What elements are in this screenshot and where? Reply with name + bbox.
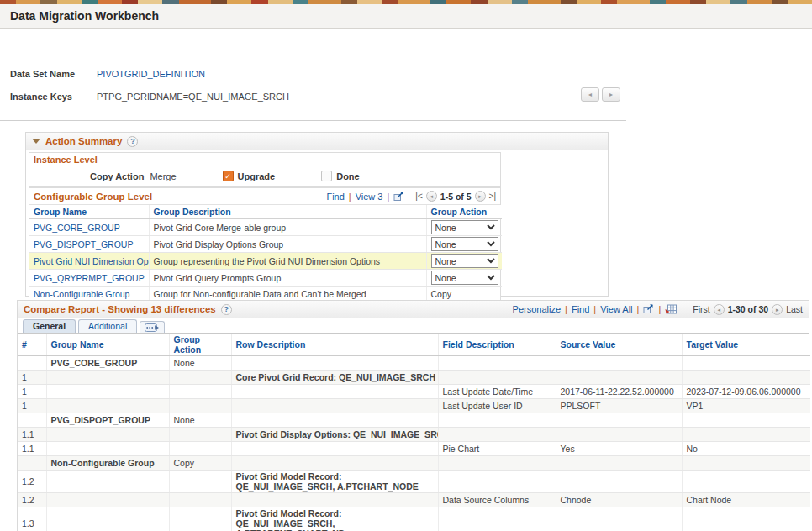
done-checkbox[interactable]: Done [321, 171, 360, 181]
tab-additional[interactable]: Additional [78, 319, 137, 333]
row-number [18, 356, 46, 371]
view-all-link[interactable]: View 3 [356, 192, 383, 202]
group-name [46, 385, 169, 399]
group-name [46, 493, 169, 507]
group-name-link[interactable]: PVG_CORE_GROUP [34, 223, 120, 233]
find-link[interactable]: Find [572, 304, 589, 314]
last-page-icon[interactable]: >| [489, 192, 496, 201]
instance-keys-field: Instance Keys PTPG_PGRIDNAME=QE_NUI_IMAG… [10, 92, 289, 102]
row-description [231, 493, 438, 507]
group-description: Pivot Grid Core Merge-able group [149, 219, 426, 236]
row-description: Core Pivot Grid Record: QE_NUI_IMAGE_SRC… [231, 371, 438, 385]
row-number: 1 [18, 385, 46, 399]
next-page-icon[interactable]: ▸ [772, 304, 783, 315]
divider-line [0, 120, 626, 121]
next-page-icon[interactable]: ▸ [475, 191, 486, 202]
column-header: Group Description [149, 205, 426, 219]
checkbox-checked-icon[interactable]: ✓ [223, 171, 234, 181]
compare-report-title: Compare Report - Showing 13 differences [24, 304, 216, 314]
checkbox-label: Upgrade [238, 171, 276, 181]
row-number: 1.1 [18, 442, 46, 456]
row-description: Pivot Grid Model Record: QE_NUI_IMAGE_SR… [231, 471, 438, 493]
group-action: None [169, 356, 231, 371]
view-all-link[interactable]: View All [600, 304, 632, 314]
source-value [556, 413, 682, 428]
first-page-link[interactable]: First [693, 304, 709, 314]
group-action [169, 399, 231, 413]
group-action [169, 507, 231, 531]
open-new-window-icon[interactable] [643, 304, 654, 314]
personalize-link[interactable]: Personalize [513, 304, 561, 314]
download-to-excel-icon[interactable] [665, 304, 677, 314]
row-description [231, 442, 438, 456]
group-action-select[interactable]: None [431, 254, 498, 268]
last-page-link[interactable]: Last [786, 304, 803, 314]
compare-report-section: Compare Report - Showing 13 differences … [17, 300, 809, 531]
previous-page-icon[interactable]: ◂ [426, 191, 437, 202]
target-value [682, 413, 810, 428]
collapse-arrow-icon[interactable] [32, 139, 40, 144]
help-icon[interactable]: ? [127, 136, 138, 147]
compare-row: 1Last Update Date/Time2017-06-11-22.22.5… [18, 385, 810, 399]
target-value: VP1 [682, 399, 810, 413]
group-action [169, 428, 231, 442]
open-new-window-icon[interactable] [393, 192, 404, 202]
help-icon[interactable]: ? [221, 304, 232, 315]
group-action-select[interactable]: None [431, 271, 498, 285]
column-header: Field Description [438, 334, 556, 356]
compare-toolbar: Personalize | Find | View All | | [513, 304, 678, 314]
field-description: Data Source Columns [438, 493, 556, 507]
checkbox-label: Done [336, 171, 360, 181]
next-instance-button[interactable]: ▸ [602, 87, 620, 102]
arrow-right-icon: ▸ [478, 193, 482, 199]
field-description: Last Update Date/Time [438, 385, 556, 399]
action-summary-section: Action Summary ? Instance Level Copy Act… [25, 132, 609, 297]
compare-pager: First ◂ 1-30 of 30 ▸ Last [693, 304, 803, 315]
compare-row: 1.3Pivot Grid Model Record: QE_NUI_IMAGE… [18, 507, 810, 531]
group-action-select[interactable]: None [431, 220, 498, 234]
target-value: 2023-07-12-09.06.06.000000 [682, 385, 810, 399]
group-description: Pivot Grid Query Prompts Group [149, 270, 426, 287]
group-name-link[interactable]: Pivot Grid NUI Dimension Opt [34, 256, 149, 266]
separator: | [658, 304, 661, 314]
column-header: Group Action [426, 205, 502, 219]
group-action-select[interactable]: None [431, 237, 498, 251]
column-header: Target Value [682, 334, 810, 356]
compare-report-table: #Group NameGroup ActionRow DescriptionFi… [18, 334, 810, 531]
column-header: Group Name [29, 205, 149, 219]
compare-row: Non-Configurable GroupCopy [18, 456, 810, 471]
target-value [682, 471, 810, 493]
group-name-link[interactable]: Non-Configurable Group [34, 289, 129, 299]
group-action: None [169, 413, 231, 428]
group-name [46, 399, 169, 413]
row-description [231, 399, 438, 413]
find-link[interactable]: Find [326, 192, 344, 202]
first-page-icon[interactable]: |< [415, 192, 422, 201]
previous-page-icon[interactable]: ◂ [714, 304, 725, 315]
separator: | [637, 304, 640, 314]
field-description [438, 356, 556, 371]
source-value [556, 428, 682, 442]
upgrade-checkbox[interactable]: ✓Upgrade [223, 171, 276, 181]
group-name-link[interactable]: PVG_DISPOPT_GROUP [34, 239, 133, 250]
copy-action-row: Copy Action Merge ✓UpgradeDone [29, 166, 500, 186]
data-set-name-link[interactable]: PIVOTGRID_DEFINITION [97, 69, 205, 79]
row-description [231, 456, 438, 471]
source-value [556, 507, 682, 531]
row-range-text: 1-30 of 30 [728, 304, 768, 314]
row-description [231, 385, 438, 399]
group-description: Group representing the Pivot Grid NUI Di… [149, 253, 426, 270]
data-set-name-label: Data Set Name [10, 69, 97, 79]
separator: | [388, 192, 390, 202]
show-all-columns-tab[interactable] [140, 321, 165, 333]
field-description [438, 413, 556, 428]
group-name [46, 507, 169, 531]
previous-instance-button[interactable]: ◂ [581, 87, 599, 102]
checkbox-unchecked-icon[interactable] [321, 171, 332, 181]
group-name-link[interactable]: PVG_QRYPRMPT_GROUP [34, 273, 145, 283]
column-header: Group Action [169, 334, 231, 356]
row-range-text: 1-5 of 5 [440, 192, 472, 202]
group-action-value: Copy [426, 287, 502, 302]
field-description [438, 428, 556, 442]
tab-general[interactable]: General [23, 319, 76, 333]
